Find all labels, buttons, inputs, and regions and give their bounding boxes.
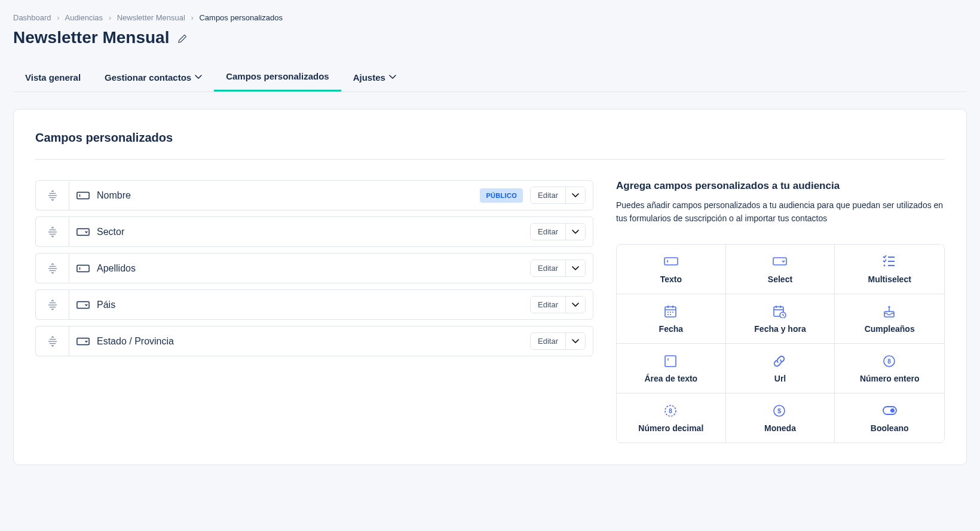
field-type-select[interactable]: Select [726, 245, 835, 294]
edit-dropdown-button[interactable] [565, 187, 585, 203]
field-type-currency[interactable]: Moneda [726, 393, 835, 443]
panel-subtitle: Puedes añadir campos personalizados a tu… [616, 199, 945, 225]
drag-icon [48, 190, 57, 201]
integer-icon [841, 355, 938, 368]
edit-button[interactable]: Editar [531, 224, 565, 240]
edit-dropdown-button[interactable] [565, 333, 585, 349]
multiselect-icon [841, 255, 938, 268]
field-row: NombrePÚBLICOEditar [35, 180, 593, 210]
field-body: NombrePÚBLICOEditar [69, 180, 593, 210]
field-type-label: Número decimal [623, 423, 719, 433]
chevron-right-icon: › [109, 13, 111, 22]
edit-button-group: Editar [530, 296, 586, 313]
field-type-url[interactable]: Url [726, 344, 835, 393]
drag-icon [48, 263, 57, 274]
currency-icon [732, 404, 829, 417]
field-row: Estado / ProvinciaEditar [35, 326, 593, 356]
field-name-label: Estado / Provincia [97, 336, 523, 347]
field-row: PáisEditar [35, 289, 593, 320]
chevron-right-icon: › [57, 13, 59, 22]
public-badge: PÚBLICO [480, 188, 523, 203]
edit-button-group: Editar [530, 223, 586, 240]
chevron-down-icon [572, 339, 579, 344]
custom-fields-card: Campos personalizados NombrePÚBLICOEdita… [13, 109, 967, 465]
field-row: ApellidosEditar [35, 253, 593, 283]
field-type-text[interactable]: Texto [617, 245, 726, 294]
field-type-label: Select [732, 274, 829, 284]
field-type-label: Fecha y hora [732, 324, 829, 334]
field-row: SectorEditar [35, 216, 593, 247]
field-type-date[interactable]: Fecha [617, 294, 726, 344]
drag-icon [48, 336, 57, 347]
section-heading: Campos personalizados [35, 131, 945, 145]
chevron-down-icon [572, 266, 579, 271]
edit-button-group: Editar [530, 187, 586, 204]
edit-dropdown-button[interactable] [565, 260, 585, 276]
breadcrumb-link[interactable]: Dashboard [13, 13, 51, 22]
field-type-multiselect[interactable]: Multiselect [835, 245, 944, 294]
field-type-label: Número entero [841, 374, 938, 383]
edit-button[interactable]: Editar [531, 187, 565, 203]
edit-dropdown-button[interactable] [565, 297, 585, 313]
select-field-icon [76, 335, 90, 347]
edit-button-group: Editar [530, 260, 586, 277]
edit-button-group: Editar [530, 332, 586, 350]
field-type-label: Texto [623, 274, 719, 284]
field-type-label: Multiselect [841, 274, 938, 284]
page-title: Newsletter Mensual [13, 28, 169, 47]
tab-label: Campos personalizados [226, 71, 329, 81]
fields-list: NombrePÚBLICOEditarSectorEditarApellidos… [35, 180, 593, 443]
breadcrumb-current: Campos personalizados [199, 13, 282, 22]
edit-button[interactable]: Editar [531, 297, 565, 313]
field-type-decimal[interactable]: Número decimal [617, 393, 726, 443]
tabs: Vista generalGestionar contactosCampos p… [13, 64, 967, 92]
select-field-icon [76, 299, 90, 311]
field-type-label: Booleano [841, 423, 938, 433]
tab-campos-personalizados[interactable]: Campos personalizados [214, 64, 341, 91]
field-type-boolean[interactable]: Booleano [835, 393, 944, 443]
textarea-icon [623, 355, 719, 368]
field-name-label: Apellidos [97, 263, 523, 274]
field-types-panel: Agrega campos personalizados a tu audien… [616, 180, 945, 443]
breadcrumb: Dashboard › Audiencias › Newsletter Mens… [13, 13, 967, 22]
edit-dropdown-button[interactable] [565, 224, 585, 240]
field-type-datetime[interactable]: Fecha y hora [726, 294, 835, 344]
field-type-label: Área de texto [623, 374, 719, 383]
tab-label: Vista general [25, 72, 81, 83]
field-type-label: Cumpleaños [841, 324, 938, 334]
decimal-icon [623, 404, 719, 417]
url-icon [732, 355, 829, 368]
chevron-down-icon [572, 193, 579, 198]
divider [35, 159, 945, 160]
field-type-integer[interactable]: Número entero [835, 344, 944, 393]
boolean-icon [841, 404, 938, 417]
field-type-textarea[interactable]: Área de texto [617, 344, 726, 393]
breadcrumb-link[interactable]: Audiencias [65, 13, 103, 22]
field-name-label: Páis [97, 300, 523, 310]
field-type-grid: TextoSelectMultiselectFechaFecha y horaC… [616, 244, 945, 443]
field-type-label: Fecha [623, 324, 719, 334]
edit-button[interactable]: Editar [531, 260, 565, 276]
tab-ajustes[interactable]: Ajustes [341, 64, 408, 91]
field-type-birthday[interactable]: Cumpleaños [835, 294, 944, 344]
text-field-icon [76, 190, 90, 202]
date-icon [623, 305, 719, 318]
drag-handle[interactable] [35, 216, 69, 247]
tab-gestionar-contactos[interactable]: Gestionar contactos [93, 64, 214, 91]
tab-label: Ajustes [353, 72, 385, 83]
drag-handle[interactable] [35, 289, 69, 320]
tab-vista-general[interactable]: Vista general [13, 64, 93, 91]
edit-title-button[interactable] [177, 32, 188, 43]
drag-handle[interactable] [35, 253, 69, 283]
text-icon [623, 255, 719, 268]
field-body: PáisEditar [69, 289, 593, 320]
drag-handle[interactable] [35, 326, 69, 356]
select-icon [732, 255, 829, 268]
birthday-icon [841, 305, 938, 318]
edit-button[interactable]: Editar [531, 333, 565, 349]
field-type-label: Url [732, 374, 829, 383]
drag-handle[interactable] [35, 180, 69, 210]
text-field-icon [76, 263, 90, 274]
field-type-label: Moneda [732, 423, 829, 433]
breadcrumb-link[interactable]: Newsletter Mensual [117, 13, 185, 22]
